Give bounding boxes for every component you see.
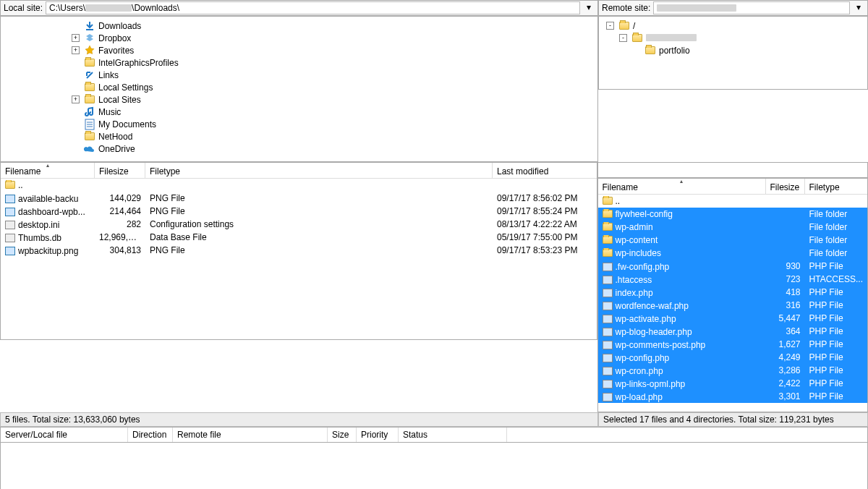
tree-item[interactable]: OneDrive [1, 143, 597, 155]
file-row[interactable]: dashboard-wpb...214,464PNG File09/17/17 … [1, 205, 597, 218]
tree-expand-icon[interactable]: - [606, 22, 614, 30]
col-direction[interactable]: Direction [128, 428, 173, 442]
queue-body[interactable] [0, 443, 868, 489]
tree-item[interactable]: -/ [599, 20, 867, 32]
tree-expand-icon[interactable]: + [72, 46, 80, 54]
tree-item[interactable]: NetHood [1, 130, 597, 143]
sort-indicator-icon: ▴ [46, 162, 49, 169]
tree-item[interactable]: - [599, 32, 867, 44]
file-row[interactable]: wp-blog-header.php364PHP File [598, 325, 867, 338]
file-type: PHP File [805, 326, 867, 336]
local-site-path[interactable]: C:\Users\\Downloads\ [46, 1, 580, 14]
folder-icon [603, 210, 613, 218]
col-size[interactable]: Size [328, 428, 357, 442]
file-row[interactable]: wp-activate.php5,447PHP File [598, 312, 867, 325]
tree-expand-icon [72, 120, 80, 128]
file-type: File folder [805, 222, 867, 232]
file-row[interactable]: desktop.ini282Configuration settings08/1… [1, 218, 597, 231]
file-row[interactable]: .fw-config.php930PHP File [598, 260, 867, 273]
col-filename[interactable]: Filename [5, 166, 41, 177]
dropbox-icon [84, 33, 95, 44]
file-icon [603, 354, 613, 362]
local-directory-tree[interactable]: Downloads+Dropbox+FavoritesIntelGraphics… [0, 16, 598, 162]
folder-icon [84, 131, 95, 143]
chevron-down-icon[interactable]: ▾ [583, 2, 595, 14]
col-priority[interactable]: Priority [357, 428, 399, 442]
tree-item[interactable]: Music [1, 106, 597, 118]
file-row[interactable]: flywheel-configFile folder [598, 208, 867, 221]
file-row[interactable]: wp-contentFile folder [598, 234, 867, 247]
file-size: 930 [766, 261, 805, 271]
tree-expand-icon[interactable]: + [72, 34, 80, 42]
tree-expand-icon[interactable]: - [619, 34, 627, 42]
file-row[interactable]: .. [1, 179, 597, 192]
remote-file-list-header[interactable]: ▴Filename Filesize Filetype [598, 179, 867, 195]
file-row[interactable]: wp-includesFile folder [598, 247, 867, 260]
file-row[interactable]: Thumbs.db12,969,472Data Base File05/19/1… [1, 231, 597, 244]
file-name: Thumbs.db [18, 233, 61, 243]
file-row[interactable]: .htaccess723HTACCESS... [598, 273, 867, 286]
star-icon [84, 45, 95, 56]
tree-item[interactable]: Local Settings [1, 81, 597, 93]
file-name: index.php [616, 288, 653, 298]
tree-item-label: My Documents [98, 119, 156, 129]
tree-item[interactable]: +Local Sites [1, 93, 597, 106]
chevron-down-icon[interactable]: ▾ [853, 2, 864, 14]
tree-expand-icon [72, 108, 80, 116]
col-filename[interactable]: Filename [603, 182, 638, 192]
tree-item[interactable]: +Favorites [1, 44, 597, 56]
tree-expand-icon[interactable]: + [72, 95, 80, 103]
file-icon [603, 263, 613, 271]
file-modified: 08/13/17 4:22:22 AM [493, 219, 597, 229]
local-file-list-header[interactable]: ▴Filename Filesize Filetype Last modifie… [1, 163, 597, 179]
col-filetype[interactable]: Filetype [145, 163, 493, 178]
image-file-icon [5, 247, 15, 255]
folder-icon [603, 223, 613, 231]
image-file-icon [5, 195, 15, 203]
tree-item-label: Links [98, 70, 119, 80]
file-row[interactable]: wp-links-opml.php2,422PHP File [598, 377, 867, 390]
tree-item[interactable]: My Documents [1, 118, 597, 130]
file-size: 304,813 [95, 245, 145, 255]
remote-file-list[interactable]: ▴Filename Filesize Filetype ..flywheel-c… [597, 178, 868, 412]
tree-item[interactable]: Downloads [1, 20, 597, 32]
remote-directory-tree[interactable]: -/-portfolio [598, 16, 868, 90]
tree-item[interactable]: portfolio [599, 44, 867, 56]
file-row[interactable]: wordfence-waf.php316PHP File [598, 299, 867, 312]
file-row[interactable]: wpbackitup.png304,813PNG File09/17/17 8:… [1, 244, 597, 257]
file-row[interactable]: index.php418PHP File [598, 286, 867, 299]
file-row[interactable]: wp-load.php3,301PHP File [598, 390, 867, 403]
col-filesize[interactable]: Filesize [95, 163, 145, 178]
file-row[interactable]: wp-adminFile folder [598, 221, 867, 234]
file-modified: 05/19/17 7:55:00 PM [493, 232, 597, 242]
queue-header[interactable]: Server/Local file Direction Remote file … [0, 427, 868, 443]
col-server[interactable]: Server/Local file [1, 428, 128, 442]
tree-item-label: / [633, 21, 635, 31]
file-row[interactable]: wp-cron.php3,286PHP File [598, 364, 867, 377]
local-file-list[interactable]: ▴Filename Filesize Filetype Last modifie… [0, 162, 597, 340]
tree-item-label: IntelGraphicsProfiles [98, 58, 179, 68]
col-status[interactable]: Status [399, 428, 507, 442]
file-type: PHP File [805, 352, 867, 362]
folder-icon [644, 45, 656, 56]
tree-item-label: NetHood [98, 132, 132, 142]
file-row[interactable]: .. [598, 195, 867, 208]
col-remote-file[interactable]: Remote file [173, 428, 328, 442]
remote-site-path[interactable] [653, 1, 850, 14]
tree-item-label: OneDrive [98, 144, 135, 154]
folder-icon [603, 197, 613, 205]
tree-item[interactable]: +Dropbox [1, 32, 597, 44]
tree-item[interactable]: Links [1, 69, 597, 81]
file-row[interactable]: available-backu144,029PNG File09/17/17 8… [1, 192, 597, 205]
col-filesize[interactable]: Filesize [766, 179, 805, 194]
tree-item[interactable]: IntelGraphicsProfiles [1, 56, 597, 69]
file-row[interactable]: wp-comments-post.php1,627PHP File [598, 338, 867, 351]
col-filetype[interactable]: Filetype [805, 179, 867, 194]
file-name: wp-cron.php [616, 366, 663, 376]
file-size: 364 [766, 326, 805, 336]
file-type: PNG File [145, 206, 493, 216]
cloud-icon [84, 143, 95, 155]
file-type: File folder [805, 235, 867, 245]
col-last-modified[interactable]: Last modified [493, 163, 597, 178]
file-row[interactable]: wp-config.php4,249PHP File [598, 351, 867, 364]
